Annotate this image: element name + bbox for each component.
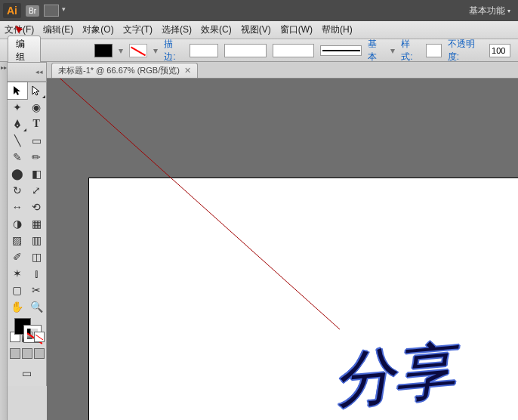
pen-tool[interactable] bbox=[8, 116, 27, 132]
selection-tool[interactable] bbox=[8, 82, 27, 99]
bridge-icon[interactable]: Br bbox=[26, 5, 39, 17]
fill-swatch[interactable] bbox=[94, 44, 113, 57]
style-label[interactable]: 样式: bbox=[401, 38, 420, 63]
zoom-tool[interactable]: 🔍 bbox=[27, 298, 47, 315]
magic-wand-tool[interactable]: ✦ bbox=[8, 99, 27, 116]
menu-effect[interactable]: 效果(C) bbox=[201, 23, 232, 36]
canvas[interactable]: 分享 bbox=[47, 79, 518, 420]
stroke-style-link[interactable]: 基本 bbox=[368, 38, 384, 63]
menu-view[interactable]: 视图(V) bbox=[241, 23, 271, 36]
toolbox-header[interactable]: ◂◂ bbox=[8, 62, 47, 82]
type-tool[interactable]: T bbox=[27, 116, 47, 132]
pencil-tool[interactable]: ✏ bbox=[27, 149, 47, 165]
doc-tab-label: 未标题-1* @ 66.67% (RGB/预览) bbox=[58, 65, 180, 76]
stroke-label[interactable]: 描边: bbox=[164, 38, 183, 63]
group-button[interactable]: 编组 bbox=[8, 36, 41, 66]
titlebar: Ai Br 基本功能 bbox=[0, 0, 518, 21]
blend-tool[interactable]: ◫ bbox=[27, 249, 47, 265]
width-tool[interactable]: ↔ bbox=[8, 199, 27, 215]
menubar: 文件(F) 编辑(E) 对象(O) 文字(T) 选择(S) 效果(C) 视图(V… bbox=[0, 21, 518, 39]
expand-chevron-icon[interactable]: ▸▸ bbox=[0, 62, 7, 71]
workspace-switcher[interactable]: 基本功能 bbox=[464, 2, 515, 20]
artboard-tool[interactable]: ▢ bbox=[8, 282, 27, 298]
toolbox: ✦ ◉ T ╲ ▭ ✎ ✏ ⬤ ◧ ↻ ⤢ ↔ ⟲ ◑ ▦ ▨ ▥ ✐ ◫ ✶ … bbox=[8, 82, 47, 386]
stroke-swatch[interactable] bbox=[129, 44, 147, 57]
style-swatch[interactable] bbox=[426, 44, 441, 57]
artwork-text[interactable]: 分享 bbox=[331, 330, 458, 420]
stroke-preview[interactable] bbox=[320, 45, 362, 56]
menu-window[interactable]: 窗口(W) bbox=[280, 23, 313, 36]
panel-dock-collapsed[interactable]: ▸▸ bbox=[0, 62, 8, 420]
rect-tool[interactable]: ▭ bbox=[27, 132, 47, 149]
rotate-tool[interactable]: ↻ bbox=[8, 182, 27, 199]
menu-type[interactable]: 文字(T) bbox=[123, 23, 153, 36]
slice-tool[interactable]: ✂ bbox=[27, 282, 47, 298]
menu-object[interactable]: 对象(O) bbox=[82, 23, 113, 36]
eraser-tool[interactable]: ◧ bbox=[27, 165, 47, 182]
menu-select[interactable]: 选择(S) bbox=[162, 23, 192, 36]
brush-tool[interactable]: ✎ bbox=[8, 149, 27, 165]
doc-tabs: 未标题-1* @ 66.67% (RGB/预览) ✕ bbox=[47, 62, 518, 79]
blob-brush-tool[interactable]: ⬤ bbox=[8, 165, 27, 182]
direct-selection-tool[interactable] bbox=[27, 82, 47, 99]
draw-inside[interactable] bbox=[34, 348, 45, 359]
close-icon[interactable]: ✕ bbox=[184, 66, 191, 76]
color-mode-none[interactable] bbox=[34, 332, 45, 342]
gradient-tool[interactable]: ▥ bbox=[27, 232, 47, 249]
free-transform-tool[interactable]: ⟲ bbox=[27, 199, 47, 215]
menu-help[interactable]: 帮助(H) bbox=[322, 23, 353, 36]
control-bar: 编组 ▾ ▾ 描边: 基本 ▾ 样式: 不透明度: 100 bbox=[0, 39, 518, 62]
menu-edit[interactable]: 编辑(E) bbox=[43, 23, 73, 36]
graph-tool[interactable]: ⫿ bbox=[27, 265, 47, 282]
document-area: 未标题-1* @ 66.67% (RGB/预览) ✕ 分享 bbox=[47, 62, 518, 420]
screen-mode-button[interactable]: ▭ bbox=[8, 365, 46, 381]
symbol-sprayer-tool[interactable]: ✶ bbox=[8, 265, 27, 282]
stroke-weight-field[interactable] bbox=[190, 44, 219, 57]
hand-tool[interactable]: ✋ bbox=[8, 298, 27, 315]
perspective-tool[interactable]: ▦ bbox=[27, 215, 47, 232]
doc-tab-1[interactable]: 未标题-1* @ 66.67% (RGB/预览) ✕ bbox=[51, 63, 198, 78]
opacity-label[interactable]: 不透明度: bbox=[448, 38, 483, 63]
shape-builder-tool[interactable]: ◑ bbox=[8, 215, 27, 232]
mesh-tool[interactable]: ▨ bbox=[8, 232, 27, 249]
lasso-tool[interactable]: ◉ bbox=[27, 99, 47, 116]
screen-mode-row bbox=[8, 348, 46, 362]
stroke-width-dropdown[interactable] bbox=[224, 44, 266, 57]
eyedropper-tool[interactable]: ✐ bbox=[8, 249, 27, 265]
draw-behind[interactable] bbox=[22, 348, 32, 359]
scale-tool[interactable]: ⤢ bbox=[27, 182, 47, 199]
app-icon: Ai bbox=[3, 3, 21, 18]
opacity-field[interactable]: 100 bbox=[489, 44, 510, 57]
draw-normal[interactable] bbox=[10, 348, 20, 359]
layout-icon[interactable] bbox=[44, 5, 59, 17]
line-tool[interactable]: ╲ bbox=[8, 132, 27, 149]
stroke-dash-dropdown[interactable] bbox=[273, 44, 314, 57]
